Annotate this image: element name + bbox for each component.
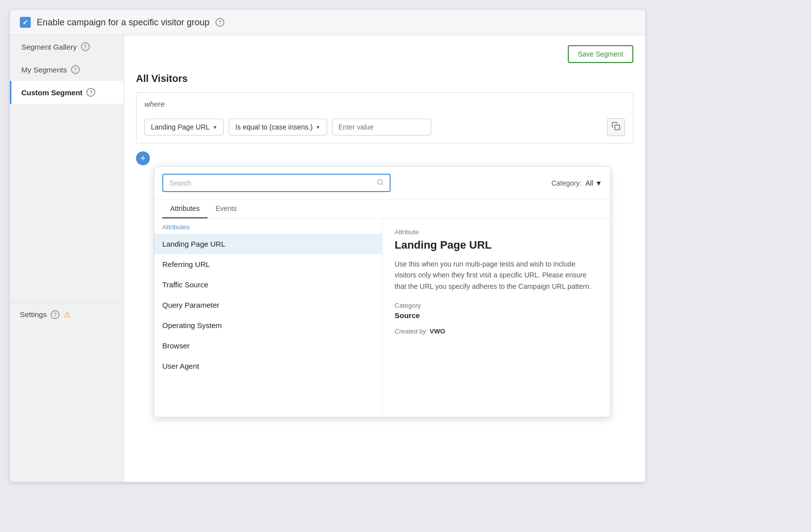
category-section: Category: All ▼ — [551, 179, 602, 187]
attr-item-user-agent[interactable]: User Agent — [154, 356, 382, 376]
search-icon — [377, 179, 384, 187]
detail-title: Landing Page URL — [395, 239, 598, 252]
svg-line-2 — [382, 184, 383, 185]
detail-category-value: Source — [395, 311, 598, 320]
sidebar-item-segment-gallery[interactable]: Segment Gallery ? — [10, 35, 124, 58]
header-title: Enable campaign for a specific visitor g… — [37, 17, 209, 28]
where-label: where — [144, 100, 625, 108]
segment-gallery-help-icon[interactable]: ? — [81, 42, 90, 51]
attr-item-operating-system[interactable]: Operating System — [154, 315, 382, 335]
tab-events[interactable]: Events — [207, 200, 245, 218]
main-container: Enable campaign for a specific visitor g… — [10, 10, 645, 482]
attribute-dropdown-panel: Category: All ▼ Attributes — [154, 166, 610, 417]
value-input[interactable] — [332, 119, 431, 135]
custom-segment-help-icon[interactable]: ? — [86, 88, 95, 97]
enable-campaign-checkbox[interactable] — [20, 17, 31, 28]
attributes-list: Attributes Landing Page URL Referring UR… — [154, 218, 383, 417]
attr-item-referring-url[interactable]: Referring URL — [154, 254, 382, 274]
sidebar-item-my-segments[interactable]: My Segments ? — [10, 58, 124, 81]
operator-dropdown[interactable]: Is equal to (case insens.) ▼ — [229, 119, 327, 135]
sidebar-item-label: Segment Gallery — [21, 43, 77, 51]
section-title: All Visitors — [136, 73, 633, 84]
panel-body: Attributes Landing Page URL Referring UR… — [154, 218, 610, 417]
field-dropdown[interactable]: Landing Page URL ▼ — [144, 119, 224, 135]
add-condition-button[interactable]: + — [136, 151, 150, 165]
attr-item-browser[interactable]: Browser — [154, 335, 382, 356]
my-segments-help-icon[interactable]: ? — [71, 65, 80, 74]
save-segment-button[interactable]: Save Segment — [568, 45, 633, 63]
detail-description: Use this when you run multi-page tests a… — [395, 259, 598, 292]
main-content: Save Segment All Visitors where Landing … — [124, 35, 645, 482]
condition-row: Landing Page URL ▼ Is equal to (case ins… — [144, 119, 431, 135]
condition-box: where Landing Page URL ▼ Is equal to (ca… — [136, 92, 633, 143]
category-dropdown-arrow: ▼ — [595, 179, 602, 187]
operator-dropdown-arrow: ▼ — [316, 125, 321, 130]
attr-item-query-parameter[interactable]: Query Parameter — [154, 295, 382, 315]
detail-category-label: Category — [395, 302, 598, 309]
svg-rect-0 — [615, 125, 620, 130]
tab-attributes[interactable]: Attributes — [162, 200, 207, 218]
sidebar-item-label: My Segments — [21, 66, 67, 74]
detail-created-author: VWO — [430, 328, 445, 335]
header-help-icon[interactable]: ? — [215, 18, 224, 27]
field-dropdown-arrow: ▼ — [212, 125, 217, 130]
operator-dropdown-label: Is equal to (case insens.) — [235, 123, 313, 131]
sidebar: Segment Gallery ? My Segments ? Custom S… — [10, 35, 124, 482]
panel-header: Category: All ▼ — [154, 167, 610, 200]
settings-warning-icon: ⚠ — [64, 310, 70, 319]
header: Enable campaign for a specific visitor g… — [10, 10, 645, 35]
top-bar: Save Segment — [136, 45, 633, 63]
copy-condition-button[interactable] — [607, 118, 625, 136]
search-input[interactable] — [169, 179, 373, 187]
detail-panel: Attribute Landing Page URL Use this when… — [383, 218, 610, 417]
add-condition-row: + — [136, 151, 633, 165]
svg-point-1 — [378, 180, 382, 184]
settings-label: Settings — [20, 310, 47, 319]
attr-item-traffic-source[interactable]: Traffic Source — [154, 274, 382, 295]
field-dropdown-label: Landing Page URL — [151, 123, 209, 131]
attr-item-landing-page-url[interactable]: Landing Page URL — [154, 234, 382, 254]
detail-type-label: Attribute — [395, 228, 598, 236]
detail-created-prefix: Created by — [395, 328, 426, 335]
sidebar-item-label: Custom Segment — [21, 88, 82, 97]
search-box — [162, 174, 391, 192]
panel-tabs: Attributes Events — [154, 200, 610, 218]
body-layout: Segment Gallery ? My Segments ? Custom S… — [10, 35, 645, 482]
attributes-group-label: Attributes — [154, 218, 382, 234]
category-label: Category: — [551, 179, 582, 187]
settings-help-icon[interactable]: ? — [51, 310, 60, 319]
detail-created: Created by VWO — [395, 328, 598, 335]
sidebar-item-custom-segment[interactable]: Custom Segment ? — [10, 81, 124, 104]
category-value: All — [586, 179, 594, 187]
category-dropdown[interactable]: All ▼ — [586, 179, 602, 187]
sidebar-settings[interactable]: Settings ? ⚠ — [10, 302, 124, 326]
